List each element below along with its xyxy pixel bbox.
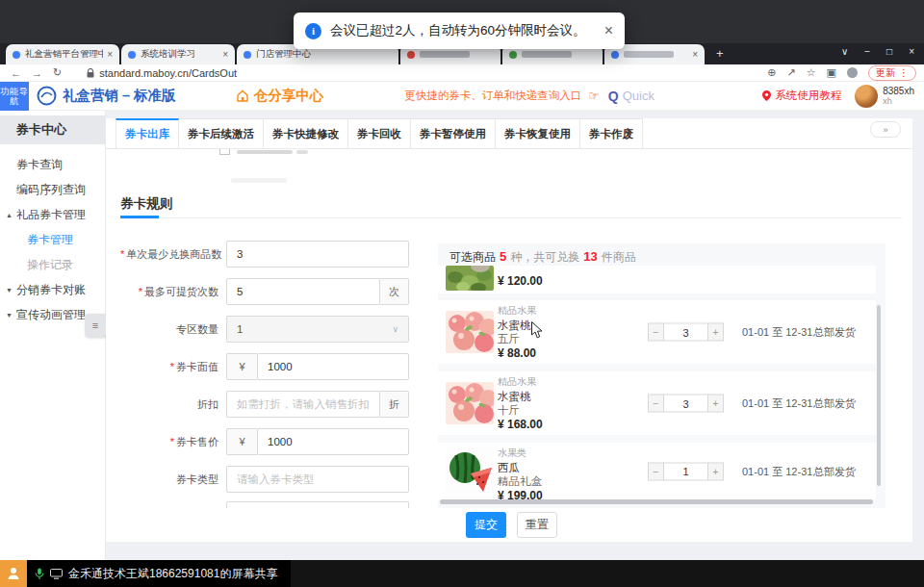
tutorial-link[interactable]: 系统使用教程 bbox=[762, 89, 841, 103]
sidebar-item[interactable]: 券卡管理 bbox=[0, 227, 105, 252]
qty-value[interactable]: 1 bbox=[664, 462, 707, 480]
field-input[interactable]: 如需打折，请输入销售折扣 bbox=[226, 391, 380, 418]
qty-plus-button[interactable]: + bbox=[707, 395, 724, 413]
input-prefix: ¥ bbox=[226, 428, 257, 455]
qty-minus-button[interactable]: − bbox=[648, 462, 664, 480]
vertical-scrollbar[interactable] bbox=[877, 305, 881, 486]
field-input[interactable]: 1 ∨ bbox=[226, 316, 409, 343]
sidebar-item[interactable]: ▼ 分销券卡对账 bbox=[0, 277, 105, 302]
side-panel-icon[interactable]: ▣ bbox=[827, 66, 836, 79]
product-row[interactable]: ¥ 120.00 bbox=[438, 266, 876, 294]
main-tab-label: 券卡暂停使用 bbox=[420, 127, 486, 141]
field-input[interactable]: 5 bbox=[226, 278, 380, 305]
qty-stepper: − 3 + bbox=[648, 395, 724, 413]
microphone-icon bbox=[35, 568, 44, 580]
url-text[interactable]: standard.maboy.cn/CardsOut bbox=[99, 67, 237, 79]
new-tab-button[interactable]: + bbox=[716, 46, 724, 61]
share-icon[interactable]: ↗ bbox=[787, 66, 796, 79]
tab-close-icon[interactable]: × bbox=[688, 49, 698, 60]
browser-update-button[interactable]: 更新 ⋮ bbox=[868, 65, 916, 81]
menu-dots-icon[interactable]: ⋮ bbox=[899, 67, 909, 78]
product-row[interactable]: 水果类 西瓜 精品礼盒 ¥ 199.00 − 1 + 01-01 至 12-31… bbox=[438, 443, 876, 499]
product-row[interactable]: 精品水果 水蜜桃 十斤 ¥ 168.00 − 3 + 01-01 至 12-31… bbox=[438, 371, 876, 435]
field-input[interactable]: 请输入券卡类型 bbox=[226, 466, 409, 493]
browser-profile-icon[interactable] bbox=[847, 67, 858, 78]
address-bar-actions: ⊕ ↗ ☆ ▣ 更新 ⋮ bbox=[767, 65, 916, 81]
meeting-app-icon[interactable] bbox=[0, 560, 27, 587]
main-tab[interactable]: 券卡恢复使用 bbox=[496, 118, 580, 148]
product-row[interactable]: 精品水果 水蜜桃 五斤 ¥ 88.00 − 3 + 01-01 至 12-31 … bbox=[438, 300, 876, 364]
browser-tab[interactable]: 系统培训学习 × bbox=[121, 44, 235, 64]
url-box[interactable]: standard.maboy.cn/CardsOut bbox=[87, 67, 237, 79]
main-tab[interactable]: 券卡出库 bbox=[116, 118, 179, 148]
main-tab[interactable]: 券卡作废 bbox=[580, 118, 643, 148]
quick-search-icon[interactable]: Q bbox=[608, 89, 619, 104]
field-value: 5 bbox=[237, 286, 243, 297]
browser-tab[interactable]: 礼盒营销平台管理中心 × bbox=[6, 44, 119, 64]
qty-plus-button[interactable]: + bbox=[707, 323, 724, 342]
promo-text: 更快捷的券卡、订单和快递查询入口 bbox=[404, 89, 581, 103]
field-label: 券卡面值 bbox=[176, 361, 218, 372]
sidebar-item-label: 分销券卡对账 bbox=[16, 282, 86, 298]
window-minimize-icon[interactable]: − bbox=[864, 46, 870, 57]
field-input[interactable]: 1000 bbox=[257, 353, 409, 380]
window-close-icon[interactable]: × bbox=[909, 46, 914, 57]
field-input[interactable]: 1000 bbox=[257, 428, 409, 455]
window-maximize-icon[interactable]: □ bbox=[886, 46, 892, 57]
greens-photo bbox=[446, 266, 494, 291]
field-label: 单次最少兑换商品数 bbox=[126, 248, 221, 260]
required-mark: * bbox=[170, 361, 174, 372]
expand-arrow-icon: ▼ bbox=[6, 287, 13, 294]
qty-value[interactable]: 3 bbox=[664, 395, 707, 413]
function-nav-button[interactable]: 功能导航 bbox=[0, 82, 29, 111]
main-tab[interactable]: 券卡快捷修改 bbox=[264, 118, 348, 148]
product-price: ¥ 120.00 bbox=[498, 274, 543, 289]
expand-arrow-icon: ▲ bbox=[6, 212, 13, 218]
main-tab[interactable]: 券卡后续激活 bbox=[179, 118, 264, 148]
app-logo-icon bbox=[37, 86, 57, 106]
share-center-link[interactable]: 仓分享中心 bbox=[236, 87, 324, 105]
sidebar-item[interactable]: ▲ 礼品券卡管理 bbox=[0, 202, 105, 227]
tab-title: 系统培训学习 bbox=[141, 48, 195, 61]
horizontal-scrollbar[interactable] bbox=[440, 499, 873, 504]
tab-close-icon[interactable]: × bbox=[218, 49, 228, 60]
sidebar-collapse-handle[interactable]: ≡ bbox=[85, 314, 106, 337]
tab-close-icon[interactable]: × bbox=[103, 49, 113, 60]
qty-plus-button[interactable]: + bbox=[707, 462, 724, 480]
field-input[interactable]: 3 bbox=[226, 241, 409, 268]
qty-minus-button[interactable]: − bbox=[648, 395, 664, 413]
qty-value[interactable]: 3 bbox=[664, 323, 707, 342]
forward-icon[interactable]: → bbox=[32, 67, 42, 79]
product-image bbox=[446, 311, 494, 353]
quick-search-label[interactable]: Quick bbox=[623, 89, 654, 103]
form-footer: 提交 重置 bbox=[106, 508, 912, 542]
reload-icon[interactable]: ↻ bbox=[53, 66, 62, 79]
watermelon-photo bbox=[446, 447, 494, 494]
product-category: 精品水果 bbox=[498, 305, 536, 318]
mouse-cursor bbox=[531, 321, 543, 343]
qty-minus-button[interactable]: − bbox=[648, 323, 664, 342]
sidebar-item[interactable]: 券卡查询 bbox=[0, 152, 105, 177]
user-avatar[interactable] bbox=[855, 85, 878, 108]
window-controls: ∨ − □ × bbox=[841, 46, 914, 57]
sidebar-menu: 券卡查询 编码序列查询 ▲ 礼品券卡管理 券卡管理 操作记录 ▼ 分销券卡对账 … bbox=[0, 152, 105, 327]
tab-favicon-icon bbox=[13, 51, 20, 59]
user-subname: xh bbox=[883, 96, 914, 106]
sidebar-item[interactable]: 操作记录 bbox=[0, 252, 105, 277]
submit-button[interactable]: 提交 bbox=[466, 512, 506, 538]
reset-button[interactable]: 重置 bbox=[517, 512, 557, 538]
share-center-label: 仓分享中心 bbox=[254, 87, 324, 105]
main-tab[interactable]: 券卡暂停使用 bbox=[411, 118, 496, 148]
main-tab[interactable]: 券卡回收 bbox=[348, 118, 411, 148]
field-label: 券卡售价 bbox=[176, 436, 218, 447]
section-title: 券卡规则 bbox=[120, 195, 172, 213]
sidebar-item[interactable]: 编码序列查询 bbox=[0, 177, 105, 202]
zoom-icon[interactable]: ⊕ bbox=[767, 66, 776, 79]
required-mark: * bbox=[139, 286, 142, 297]
back-icon[interactable]: ← bbox=[11, 67, 21, 79]
window-dropdown-icon[interactable]: ∨ bbox=[841, 46, 848, 57]
bookmark-star-icon[interactable]: ☆ bbox=[807, 66, 816, 79]
panel-collapse-button[interactable]: » bbox=[870, 121, 901, 138]
field-value: 1 bbox=[237, 323, 243, 335]
toast-close-icon[interactable]: × bbox=[604, 22, 613, 39]
